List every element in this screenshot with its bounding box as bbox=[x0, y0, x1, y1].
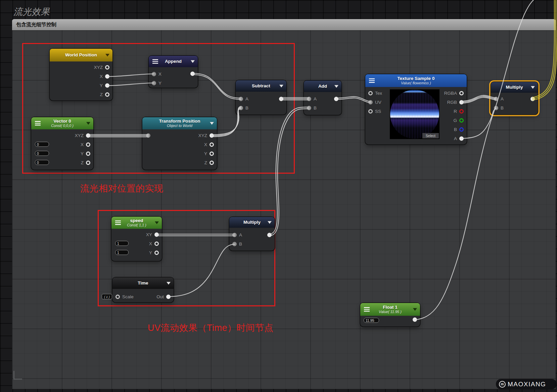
port-y-output[interactable] bbox=[86, 151, 90, 156]
port-label: UV bbox=[375, 100, 381, 105]
node-add-header[interactable]: Add bbox=[304, 81, 341, 92]
port-row: Z bbox=[81, 158, 90, 167]
node-time-header[interactable]: Time bbox=[112, 277, 174, 289]
menu-icon[interactable] bbox=[369, 79, 375, 83]
node-multiply-header[interactable]: Multiply bbox=[491, 82, 538, 93]
chevron-down-icon[interactable] bbox=[413, 308, 417, 311]
x-value-field[interactable]: 0 bbox=[35, 142, 49, 147]
port-output[interactable] bbox=[530, 97, 535, 101]
port-uv-input[interactable] bbox=[368, 100, 373, 104]
node-time[interactable]: Time Scale Out bbox=[112, 277, 174, 302]
node-transform-position[interactable]: Transform Position Object to World XYZ X… bbox=[142, 117, 217, 170]
port-a-input[interactable] bbox=[494, 97, 498, 101]
chevron-down-icon[interactable] bbox=[191, 60, 195, 63]
chevron-down-icon[interactable] bbox=[531, 86, 535, 89]
port-output[interactable] bbox=[190, 72, 195, 76]
port-output[interactable] bbox=[279, 97, 283, 101]
y-value-field[interactable]: 1 bbox=[115, 250, 129, 255]
port-x-output[interactable] bbox=[154, 242, 159, 246]
chevron-down-icon[interactable] bbox=[167, 282, 171, 285]
menu-icon[interactable] bbox=[115, 221, 121, 225]
node-world-position[interactable]: World Position XYZ X Y Z bbox=[50, 49, 112, 100]
port-a-input[interactable] bbox=[307, 97, 311, 101]
chevron-down-icon[interactable] bbox=[105, 54, 109, 56]
time-scale-value-field[interactable]: ( 1 ) bbox=[102, 294, 112, 299]
port-z-output[interactable] bbox=[86, 161, 90, 165]
node-transform-header[interactable]: Transform Position Object to World bbox=[142, 117, 217, 129]
port-scale-input[interactable] bbox=[115, 295, 120, 299]
port-rgb-output[interactable] bbox=[459, 100, 464, 104]
menu-icon[interactable] bbox=[35, 121, 41, 126]
port-y-output[interactable] bbox=[210, 151, 214, 156]
port-a-output[interactable] bbox=[459, 136, 464, 141]
node-multiply-selected[interactable]: Multiply A B bbox=[491, 82, 538, 115]
y-value-field[interactable]: 0 bbox=[35, 151, 49, 156]
node-texture-sample[interactable]: Texture Sample 0 Value( flowemiss ) Tex … bbox=[365, 74, 467, 144]
node-multiply-uv[interactable]: Multiply A B bbox=[229, 217, 275, 251]
port-b-output[interactable] bbox=[459, 127, 464, 132]
chevron-down-icon[interactable] bbox=[334, 85, 338, 88]
x-value-field[interactable]: 1 bbox=[115, 241, 129, 246]
node-speed[interactable]: speed Const( 1,1 ) XY X Y 1 1 bbox=[111, 217, 162, 261]
port-a-input[interactable] bbox=[232, 233, 237, 237]
port-y-input[interactable] bbox=[152, 81, 156, 85]
port-b-input[interactable] bbox=[239, 106, 243, 110]
float-value-field[interactable]: 11.95 bbox=[364, 318, 379, 323]
chevron-down-icon[interactable] bbox=[155, 221, 159, 224]
node-subtract-header[interactable]: Subtract bbox=[236, 80, 286, 92]
port-b-input[interactable] bbox=[307, 106, 311, 110]
port-a-input[interactable] bbox=[239, 97, 243, 101]
comment-frame-bar[interactable]: 包含流光细节控制 bbox=[12, 19, 556, 30]
port-b-input[interactable] bbox=[494, 106, 498, 110]
menu-icon[interactable] bbox=[152, 59, 158, 64]
chevron-down-icon[interactable] bbox=[86, 122, 90, 125]
port-position-input[interactable] bbox=[146, 133, 150, 138]
comment-frame-resize-handle[interactable] bbox=[13, 371, 22, 380]
node-float1[interactable]: Float 1 Value( 11.95 ) 11.95 bbox=[360, 303, 420, 326]
node-float1-header[interactable]: Float 1 Value( 11.95 ) bbox=[360, 303, 420, 316]
port-row: XYZ bbox=[94, 63, 109, 72]
z-value-field[interactable]: 0 bbox=[35, 160, 49, 165]
port-b-input[interactable] bbox=[232, 242, 237, 246]
node-vector0[interactable]: Vector 0 Const( 0,0,0 ) XYZ X Y Z 0 0 0 bbox=[31, 117, 93, 170]
chevron-down-icon[interactable] bbox=[268, 221, 272, 224]
port-xyz-output[interactable] bbox=[210, 133, 214, 138]
node-append-header[interactable]: Append bbox=[149, 56, 198, 67]
port-z-output[interactable] bbox=[105, 92, 109, 97]
chevron-down-icon[interactable] bbox=[210, 122, 214, 125]
node-subtract[interactable]: Subtract A B bbox=[236, 80, 286, 115]
port-row: XYZ bbox=[75, 131, 90, 140]
port-x-output[interactable] bbox=[105, 74, 109, 79]
node-speed-header[interactable]: speed Const( 1,1 ) bbox=[111, 217, 162, 229]
node-append[interactable]: Append X Y bbox=[149, 56, 198, 88]
port-x-output[interactable] bbox=[210, 142, 214, 147]
port-output[interactable] bbox=[267, 233, 272, 237]
texture-select-button[interactable]: Select bbox=[422, 133, 439, 138]
chevron-down-icon[interactable] bbox=[279, 85, 283, 87]
port-label: X bbox=[149, 241, 152, 246]
node-title: Time bbox=[138, 280, 148, 286]
port-x-output[interactable] bbox=[86, 142, 90, 147]
port-output[interactable] bbox=[334, 97, 338, 101]
port-rgba-output[interactable] bbox=[459, 91, 464, 95]
port-r-output[interactable] bbox=[459, 109, 464, 114]
port-xyz-output[interactable] bbox=[105, 65, 109, 70]
texture-preview[interactable]: Select bbox=[390, 89, 439, 139]
port-y-output[interactable] bbox=[105, 83, 109, 88]
port-z-output[interactable] bbox=[210, 161, 214, 165]
node-texture-sample-header[interactable]: Texture Sample 0 Value( flowemiss ) bbox=[365, 74, 467, 87]
node-vector0-header[interactable]: Vector 0 Const( 0,0,0 ) bbox=[31, 117, 93, 129]
port-x-input[interactable] bbox=[152, 72, 156, 76]
port-xy-output[interactable] bbox=[154, 232, 159, 237]
port-xyz-output[interactable] bbox=[86, 133, 90, 138]
port-output[interactable] bbox=[413, 317, 417, 322]
port-tex-input[interactable] bbox=[368, 91, 373, 95]
port-ss-input[interactable] bbox=[368, 109, 373, 114]
port-y-output[interactable] bbox=[154, 251, 159, 255]
port-g-output[interactable] bbox=[459, 118, 464, 123]
node-multiply-uv-header[interactable]: Multiply bbox=[229, 217, 275, 228]
node-world-position-header[interactable]: World Position bbox=[50, 49, 112, 61]
menu-icon[interactable] bbox=[364, 307, 370, 312]
port-out-output[interactable] bbox=[166, 295, 171, 299]
node-add[interactable]: Add A B bbox=[304, 81, 341, 115]
